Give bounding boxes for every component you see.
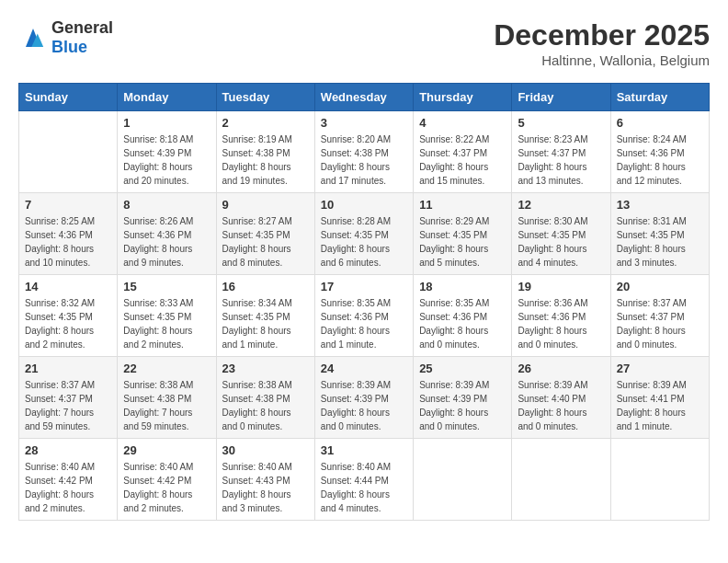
day-number: 7 — [25, 198, 111, 212]
day-info: Sunrise: 8:29 AMSunset: 4:35 PMDaylight:… — [419, 214, 506, 270]
weekday-header-row: SundayMondayTuesdayWednesdayThursdayFrid… — [19, 84, 710, 111]
calendar-table: SundayMondayTuesdayWednesdayThursdayFrid… — [18, 83, 710, 521]
day-info: Sunrise: 8:22 AMSunset: 4:37 PMDaylight:… — [419, 132, 506, 188]
day-info: Sunrise: 8:40 AMSunset: 4:42 PMDaylight:… — [123, 460, 210, 515]
day-cell: 31Sunrise: 8:40 AMSunset: 4:44 PMDayligh… — [314, 439, 413, 521]
day-number: 25 — [419, 362, 506, 375]
day-cell: 5Sunrise: 8:23 AMSunset: 4:37 PMDaylight… — [512, 111, 610, 193]
day-cell: 26Sunrise: 8:39 AMSunset: 4:40 PMDayligh… — [512, 357, 610, 439]
location-title: Haltinne, Wallonia, Belgium — [494, 52, 710, 68]
day-cell: 18Sunrise: 8:35 AMSunset: 4:36 PMDayligh… — [414, 275, 512, 357]
title-block: December 2025 Haltinne, Wallonia, Belgiu… — [494, 18, 710, 68]
day-number: 1 — [123, 116, 210, 130]
day-number: 11 — [419, 198, 506, 212]
day-number: 4 — [419, 116, 506, 130]
day-cell: 6Sunrise: 8:24 AMSunset: 4:36 PMDaylight… — [610, 111, 709, 193]
page-header: General Blue December 2025 Haltinne, Wal… — [18, 18, 710, 68]
day-cell: 3Sunrise: 8:20 AMSunset: 4:38 PMDaylight… — [314, 111, 413, 193]
day-info: Sunrise: 8:39 AMSunset: 4:39 PMDaylight:… — [419, 378, 506, 433]
day-cell: 8Sunrise: 8:26 AMSunset: 4:36 PMDaylight… — [118, 193, 216, 275]
logo-blue: Blue — [51, 38, 87, 56]
day-cell: 10Sunrise: 8:28 AMSunset: 4:35 PMDayligh… — [314, 193, 413, 275]
weekday-header-sunday: Sunday — [19, 84, 118, 111]
day-cell: 1Sunrise: 8:18 AMSunset: 4:39 PMDaylight… — [118, 111, 216, 193]
day-number: 30 — [222, 443, 309, 457]
day-info: Sunrise: 8:40 AMSunset: 4:42 PMDaylight:… — [25, 460, 111, 515]
day-cell: 9Sunrise: 8:27 AMSunset: 4:35 PMDaylight… — [216, 193, 314, 275]
day-info: Sunrise: 8:35 AMSunset: 4:36 PMDaylight:… — [321, 296, 407, 351]
day-cell — [19, 111, 118, 193]
day-number: 19 — [518, 280, 604, 293]
weekday-header-saturday: Saturday — [610, 84, 709, 111]
day-cell: 17Sunrise: 8:35 AMSunset: 4:36 PMDayligh… — [314, 275, 413, 357]
logo-icon — [18, 25, 48, 51]
logo: General Blue — [18, 18, 113, 57]
day-info: Sunrise: 8:33 AMSunset: 4:35 PMDaylight:… — [123, 296, 210, 351]
week-row-5: 28Sunrise: 8:40 AMSunset: 4:42 PMDayligh… — [19, 439, 710, 521]
weekday-header-thursday: Thursday — [414, 84, 512, 111]
day-cell: 16Sunrise: 8:34 AMSunset: 4:35 PMDayligh… — [216, 275, 314, 357]
day-cell: 30Sunrise: 8:40 AMSunset: 4:43 PMDayligh… — [216, 439, 314, 521]
day-cell: 11Sunrise: 8:29 AMSunset: 4:35 PMDayligh… — [414, 193, 512, 275]
day-info: Sunrise: 8:38 AMSunset: 4:38 PMDaylight:… — [222, 378, 309, 433]
day-number: 20 — [617, 280, 703, 293]
day-number: 27 — [617, 362, 703, 375]
week-row-1: 1Sunrise: 8:18 AMSunset: 4:39 PMDaylight… — [19, 111, 710, 193]
day-number: 17 — [321, 280, 407, 293]
day-number: 2 — [222, 116, 309, 130]
day-number: 14 — [25, 280, 111, 293]
day-number: 5 — [518, 116, 604, 130]
day-number: 8 — [123, 198, 210, 212]
day-number: 12 — [518, 198, 604, 212]
day-info: Sunrise: 8:27 AMSunset: 4:35 PMDaylight:… — [222, 214, 309, 270]
day-info: Sunrise: 8:28 AMSunset: 4:35 PMDaylight:… — [321, 214, 407, 270]
day-number: 6 — [617, 116, 703, 130]
day-cell: 4Sunrise: 8:22 AMSunset: 4:37 PMDaylight… — [414, 111, 512, 193]
week-row-4: 21Sunrise: 8:37 AMSunset: 4:37 PMDayligh… — [19, 357, 710, 439]
day-cell: 13Sunrise: 8:31 AMSunset: 4:35 PMDayligh… — [610, 193, 709, 275]
day-cell — [512, 439, 610, 521]
day-info: Sunrise: 8:37 AMSunset: 4:37 PMDaylight:… — [25, 378, 111, 433]
day-number: 23 — [222, 362, 309, 375]
day-info: Sunrise: 8:40 AMSunset: 4:43 PMDaylight:… — [222, 460, 309, 515]
day-number: 29 — [123, 443, 210, 457]
day-number: 31 — [321, 443, 407, 457]
day-number: 24 — [321, 362, 407, 375]
day-cell — [414, 439, 512, 521]
day-number: 22 — [123, 362, 210, 375]
day-cell: 23Sunrise: 8:38 AMSunset: 4:38 PMDayligh… — [216, 357, 314, 439]
day-number: 15 — [123, 280, 210, 293]
day-info: Sunrise: 8:32 AMSunset: 4:35 PMDaylight:… — [25, 296, 111, 351]
day-number: 16 — [222, 280, 309, 293]
day-info: Sunrise: 8:37 AMSunset: 4:37 PMDaylight:… — [617, 296, 703, 351]
day-number: 28 — [25, 443, 111, 457]
logo-general: General — [51, 18, 113, 37]
day-cell: 28Sunrise: 8:40 AMSunset: 4:42 PMDayligh… — [19, 439, 118, 521]
day-info: Sunrise: 8:40 AMSunset: 4:44 PMDaylight:… — [321, 460, 407, 515]
day-cell: 21Sunrise: 8:37 AMSunset: 4:37 PMDayligh… — [19, 357, 118, 439]
day-cell: 2Sunrise: 8:19 AMSunset: 4:38 PMDaylight… — [216, 111, 314, 193]
day-info: Sunrise: 8:35 AMSunset: 4:36 PMDaylight:… — [419, 296, 506, 351]
day-info: Sunrise: 8:39 AMSunset: 4:40 PMDaylight:… — [518, 378, 604, 433]
day-number: 21 — [25, 362, 111, 375]
day-info: Sunrise: 8:36 AMSunset: 4:36 PMDaylight:… — [518, 296, 604, 351]
weekday-header-wednesday: Wednesday — [314, 84, 413, 111]
day-cell: 22Sunrise: 8:38 AMSunset: 4:38 PMDayligh… — [118, 357, 216, 439]
day-info: Sunrise: 8:26 AMSunset: 4:36 PMDaylight:… — [123, 214, 210, 270]
day-info: Sunrise: 8:39 AMSunset: 4:41 PMDaylight:… — [617, 378, 703, 433]
week-row-2: 7Sunrise: 8:25 AMSunset: 4:36 PMDaylight… — [19, 193, 710, 275]
day-cell: 7Sunrise: 8:25 AMSunset: 4:36 PMDaylight… — [19, 193, 118, 275]
day-info: Sunrise: 8:23 AMSunset: 4:37 PMDaylight:… — [518, 132, 604, 188]
day-info: Sunrise: 8:25 AMSunset: 4:36 PMDaylight:… — [25, 214, 111, 270]
day-cell: 29Sunrise: 8:40 AMSunset: 4:42 PMDayligh… — [118, 439, 216, 521]
day-info: Sunrise: 8:20 AMSunset: 4:38 PMDaylight:… — [321, 132, 407, 188]
day-number: 18 — [419, 280, 506, 293]
day-cell: 27Sunrise: 8:39 AMSunset: 4:41 PMDayligh… — [610, 357, 709, 439]
day-cell: 20Sunrise: 8:37 AMSunset: 4:37 PMDayligh… — [610, 275, 709, 357]
day-info: Sunrise: 8:18 AMSunset: 4:39 PMDaylight:… — [123, 132, 210, 188]
day-info: Sunrise: 8:31 AMSunset: 4:35 PMDaylight:… — [617, 214, 703, 270]
day-cell: 25Sunrise: 8:39 AMSunset: 4:39 PMDayligh… — [414, 357, 512, 439]
logo-text: General Blue — [51, 18, 113, 57]
weekday-header-tuesday: Tuesday — [216, 84, 314, 111]
day-cell: 15Sunrise: 8:33 AMSunset: 4:35 PMDayligh… — [118, 275, 216, 357]
